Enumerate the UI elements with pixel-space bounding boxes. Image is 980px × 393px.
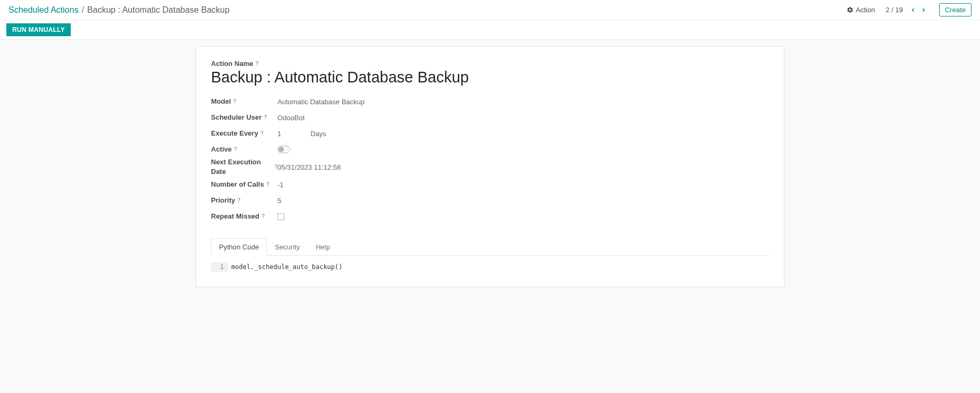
tab-code[interactable]: Python Code: [211, 238, 267, 256]
page-title: Backup : Automatic Database Backup: [211, 69, 769, 86]
help-icon[interactable]: ?: [234, 146, 237, 153]
help-icon[interactable]: ?: [238, 197, 241, 204]
label-repeat: Repeat Missed ?: [211, 212, 277, 221]
row-repeat: Repeat Missed ?: [211, 208, 769, 224]
label-every-text: Execute Every: [211, 129, 258, 138]
row-calls: Number of Calls ? -1: [211, 177, 769, 193]
value-every-unit[interactable]: Days: [310, 130, 326, 138]
label-priority: Priority ?: [211, 196, 277, 205]
label-every: Execute Every ?: [211, 129, 277, 138]
tabs: Python Code Security Help: [211, 238, 769, 256]
tab-security[interactable]: Security: [267, 238, 308, 256]
toggle-active[interactable]: [277, 146, 290, 153]
value-calls[interactable]: -1: [277, 181, 284, 189]
title-label-text: Action Name: [211, 60, 253, 68]
sheet-wrapper: Action Name ? Backup : Automatic Databas…: [0, 40, 980, 308]
breadcrumb-current: Backup : Automatic Database Backup: [87, 5, 230, 15]
row-priority: Priority ? 5: [211, 193, 769, 208]
label-repeat-text: Repeat Missed: [211, 212, 259, 221]
value-model[interactable]: Automatic Database Backup: [277, 98, 365, 106]
pager-text[interactable]: 2 / 19: [885, 6, 903, 14]
pager-prev-button[interactable]: [908, 5, 918, 15]
code-gutter: 1: [211, 262, 228, 272]
help-icon[interactable]: ?: [260, 130, 264, 137]
title-label: Action Name ?: [211, 60, 259, 68]
help-icon[interactable]: ?: [264, 114, 267, 121]
run-manually-button[interactable]: RUN MANUALLY: [6, 23, 71, 36]
label-user: Scheduler User ?: [211, 113, 277, 122]
value-every: 1 Days: [277, 130, 326, 138]
row-next: Next Execution Date ? 05/31/2023 11:12:5…: [211, 157, 769, 177]
gear-icon: [847, 6, 854, 13]
help-icon[interactable]: ?: [266, 181, 269, 188]
label-next: Next Execution Date ?: [211, 157, 277, 177]
label-model: Model ?: [211, 97, 277, 106]
row-user: Scheduler User ? OdooBot: [211, 110, 769, 126]
action-dropdown[interactable]: Action: [847, 6, 875, 14]
value-priority[interactable]: 5: [277, 197, 281, 205]
value-user[interactable]: OdooBot: [277, 114, 305, 122]
tab-help[interactable]: Help: [308, 238, 338, 256]
help-icon[interactable]: ?: [261, 213, 265, 220]
code-line[interactable]: model._schedule_auto_backup(): [228, 262, 769, 272]
row-active: Active ?: [211, 141, 769, 157]
code-editor[interactable]: 1 model._schedule_auto_backup(): [211, 262, 769, 272]
title-group: Action Name ? Backup : Automatic Databas…: [211, 60, 769, 86]
breadcrumb: Scheduled Actions / Backup : Automatic D…: [9, 5, 847, 15]
label-model-text: Model: [211, 97, 231, 106]
label-active: Active ?: [211, 145, 277, 154]
checkbox-repeat[interactable]: [277, 213, 284, 220]
breadcrumb-separator: /: [82, 5, 84, 15]
row-model: Model ? Automatic Database Backup: [211, 94, 769, 110]
label-calls: Number of Calls ?: [211, 180, 277, 189]
value-every-number[interactable]: 1: [277, 130, 281, 138]
help-icon[interactable]: ?: [233, 98, 236, 105]
control-bar-right: Action 2 / 19 Create: [847, 3, 971, 16]
label-user-text: Scheduler User: [211, 113, 261, 122]
action-label: Action: [856, 6, 875, 14]
label-calls-text: Number of Calls: [211, 180, 264, 189]
create-button[interactable]: Create: [939, 3, 971, 16]
label-priority-text: Priority: [211, 196, 235, 205]
control-bar: Scheduled Actions / Backup : Automatic D…: [0, 0, 980, 20]
status-bar: RUN MANUALLY: [0, 20, 980, 40]
breadcrumb-root[interactable]: Scheduled Actions: [9, 5, 79, 15]
pager: 2 / 19: [885, 5, 928, 15]
pager-next-button[interactable]: [919, 5, 928, 15]
form-sheet: Action Name ? Backup : Automatic Databas…: [196, 46, 784, 287]
row-every: Execute Every ? 1 Days: [211, 126, 769, 141]
help-icon[interactable]: ?: [255, 61, 258, 66]
label-next-text: Next Execution Date: [211, 157, 272, 177]
value-next[interactable]: 05/31/2023 11:12:58: [277, 163, 341, 171]
label-active-text: Active: [211, 145, 232, 154]
